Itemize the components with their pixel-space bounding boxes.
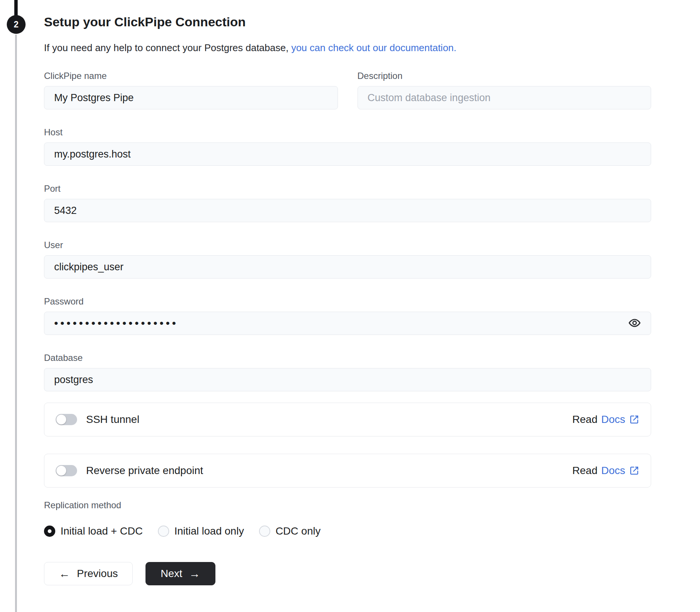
external-link-icon[interactable] bbox=[629, 414, 639, 425]
description-label: Description bbox=[358, 70, 652, 82]
ssh-tunnel-toggle[interactable] bbox=[56, 414, 77, 425]
radio-initial-load-only[interactable]: Initial load only bbox=[158, 525, 244, 537]
toggle-knob bbox=[56, 466, 66, 476]
database-field: Database bbox=[44, 352, 651, 391]
radio-cdc-only[interactable]: CDC only bbox=[259, 525, 321, 537]
help-text: If you need any help to connect your Pos… bbox=[44, 42, 651, 54]
ssh-docs-link[interactable]: Docs bbox=[601, 414, 625, 426]
clickpipe-name-field: ClickPipe name bbox=[44, 70, 338, 109]
step-2-badge: 2 bbox=[7, 15, 26, 34]
next-button[interactable]: Next → bbox=[145, 562, 215, 585]
previous-button-label: Previous bbox=[77, 568, 118, 580]
host-field: Host bbox=[44, 127, 651, 166]
password-label: Password bbox=[44, 296, 651, 307]
password-field: Password bbox=[44, 296, 651, 335]
name-description-row: ClickPipe name Description bbox=[44, 70, 651, 109]
page-title: Setup your ClickPipe Connection bbox=[44, 14, 651, 30]
clickpipe-name-label: ClickPipe name bbox=[44, 70, 338, 82]
ssh-tunnel-box: SSH tunnel Read Docs bbox=[44, 403, 651, 436]
radio-icon bbox=[158, 526, 169, 537]
password-input-wrap bbox=[44, 312, 651, 335]
reverse-private-endpoint-control: Reverse private endpoint bbox=[56, 465, 203, 477]
clickpipe-setup-page: 2 Setup your ClickPipe Connection If you… bbox=[0, 0, 700, 612]
database-input[interactable] bbox=[44, 368, 651, 391]
arrow-right-icon: → bbox=[189, 568, 200, 579]
description-field: Description bbox=[358, 70, 652, 109]
host-label: Host bbox=[44, 127, 651, 138]
radio-label: Initial load + CDC bbox=[61, 525, 143, 537]
documentation-link[interactable]: you can check out our documentation. bbox=[291, 42, 456, 53]
show-password-button[interactable] bbox=[626, 315, 643, 332]
setup-form: Setup your ClickPipe Connection If you n… bbox=[44, 14, 651, 585]
user-label: User bbox=[44, 239, 651, 251]
radio-label: Initial load only bbox=[174, 525, 244, 537]
reverse-private-endpoint-label: Reverse private endpoint bbox=[86, 465, 203, 477]
radio-icon bbox=[259, 526, 270, 537]
replication-method-label: Replication method bbox=[44, 500, 651, 511]
port-label: Port bbox=[44, 183, 651, 194]
read-text: Read bbox=[572, 465, 597, 477]
ssh-tunnel-label: SSH tunnel bbox=[86, 414, 139, 426]
previous-button[interactable]: ← Previous bbox=[44, 562, 133, 585]
database-label: Database bbox=[44, 352, 651, 364]
user-input[interactable] bbox=[44, 255, 651, 279]
host-input[interactable] bbox=[44, 142, 651, 166]
reverse-private-endpoint-docs: Read Docs bbox=[572, 465, 639, 477]
eye-icon bbox=[628, 317, 641, 330]
ssh-tunnel-control: SSH tunnel bbox=[56, 414, 139, 426]
radio-label: CDC only bbox=[276, 525, 321, 537]
radio-icon bbox=[44, 526, 55, 537]
rpe-docs-link[interactable]: Docs bbox=[601, 465, 625, 477]
step-number: 2 bbox=[14, 20, 19, 30]
port-input[interactable] bbox=[44, 199, 651, 222]
external-link-icon[interactable] bbox=[629, 465, 639, 476]
radio-initial-load-cdc[interactable]: Initial load + CDC bbox=[44, 525, 143, 537]
user-field: User bbox=[44, 239, 651, 279]
port-field: Port bbox=[44, 183, 651, 222]
clickpipe-name-input[interactable] bbox=[44, 86, 338, 109]
toggle-knob bbox=[56, 415, 66, 424]
stepper-line-bottom bbox=[15, 35, 17, 612]
password-input[interactable] bbox=[44, 312, 651, 335]
stepper-line-top bbox=[14, 0, 18, 16]
help-text-plain: If you need any help to connect your Pos… bbox=[44, 42, 291, 53]
ssh-tunnel-docs: Read Docs bbox=[572, 414, 639, 426]
read-text: Read bbox=[572, 414, 597, 426]
replication-method-options: Initial load + CDC Initial load only CDC… bbox=[44, 525, 651, 537]
next-button-label: Next bbox=[161, 568, 182, 580]
arrow-left-icon: ← bbox=[59, 568, 70, 579]
reverse-private-endpoint-box: Reverse private endpoint Read Docs bbox=[44, 454, 651, 488]
form-actions: ← Previous Next → bbox=[44, 562, 651, 585]
reverse-private-endpoint-toggle[interactable] bbox=[56, 465, 77, 476]
description-input[interactable] bbox=[358, 86, 652, 109]
